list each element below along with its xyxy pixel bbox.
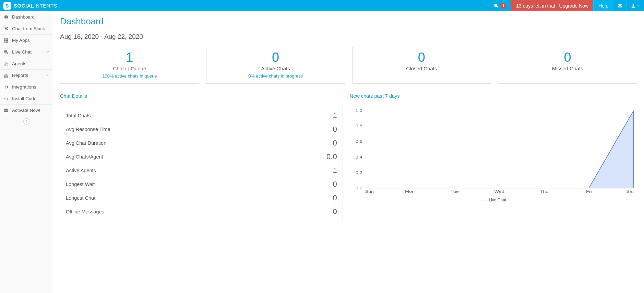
svg-text:0.2: 0.2 bbox=[355, 170, 362, 175]
detail-label: Total Chats bbox=[66, 113, 91, 118]
sidebar-item-label: Activate Now! bbox=[12, 108, 40, 113]
sidebar-collapse-row bbox=[0, 116, 53, 127]
card-subtext: 0% active chats in progress bbox=[210, 73, 342, 79]
detail-row-offline-messages: Offline Messages0 bbox=[66, 205, 337, 219]
detail-value: 0 bbox=[333, 207, 337, 216]
chart-legend: Live Chat bbox=[350, 198, 637, 202]
sidebar-item-label: Chat from Slack bbox=[12, 26, 45, 31]
card-label: Closed Chats bbox=[356, 66, 488, 71]
chevron-down-icon bbox=[46, 49, 49, 55]
summary-card-active-chats[interactable]: 0Active Chats0% active chats in progress bbox=[206, 47, 345, 84]
detail-label: Active Agents bbox=[66, 168, 96, 173]
detail-row-active-agents: Active Agents1 bbox=[66, 164, 337, 177]
help-button[interactable]: Help bbox=[593, 0, 613, 11]
envelope-icon bbox=[618, 3, 622, 8]
notifications-button[interactable]: 1 bbox=[489, 0, 511, 11]
bar-chart-icon bbox=[3, 73, 9, 78]
detail-value: 0 bbox=[333, 125, 337, 134]
chat-details-box: Total Chats1Avg Response Time0Avg Chat D… bbox=[60, 105, 343, 222]
page-title: Dashboard bbox=[60, 16, 637, 27]
sidebar-item-label: My Apps bbox=[12, 38, 30, 43]
sidebar-item-label: Install Code bbox=[12, 96, 36, 101]
detail-label: Avg Chat Duration bbox=[66, 140, 106, 146]
sidebar-item-live-chat[interactable]: Live Chat bbox=[0, 46, 53, 58]
detail-row-avg-chats-agent: Avg Chats/Agent0.0 bbox=[66, 150, 337, 164]
detail-value: 0 bbox=[333, 194, 337, 202]
svg-text:0.0: 0.0 bbox=[355, 186, 362, 190]
sidebar-item-my-apps[interactable]: My Apps bbox=[0, 35, 53, 46]
user-icon bbox=[631, 3, 636, 8]
new-chats-chart: 0.00.20.40.60.81.0SunMonTueWedThuFriSat … bbox=[350, 105, 637, 202]
legend-label: Live Chat bbox=[489, 198, 506, 202]
svg-text:Thu: Thu bbox=[540, 189, 548, 194]
card-subtext: 100% active chats in queue bbox=[64, 73, 195, 79]
comments-icon bbox=[494, 3, 499, 8]
svg-text:1.0: 1.0 bbox=[355, 108, 362, 113]
date-range: Aug 16, 2020 - Aug 22, 2020 bbox=[60, 33, 637, 40]
puzzle-icon bbox=[3, 26, 9, 31]
detail-row-avg-response-time: Avg Response Time0 bbox=[66, 122, 337, 136]
detail-label: Longest Chat bbox=[66, 195, 95, 201]
main-content: Dashboard Aug 16, 2020 - Aug 22, 2020 1C… bbox=[53, 11, 644, 293]
sidebar-collapse-button[interactable] bbox=[23, 118, 29, 125]
detail-value: 0 bbox=[333, 139, 337, 148]
brand-light: INTENTS bbox=[34, 3, 58, 9]
detail-value: 0.0 bbox=[326, 152, 337, 161]
comments-icon bbox=[3, 50, 9, 55]
brand-strong: SOCIAL bbox=[14, 3, 34, 9]
card-label: Chat in Queue bbox=[64, 66, 195, 71]
sidebar-item-reports[interactable]: Reports bbox=[0, 70, 53, 81]
sidebar-item-dashboard[interactable]: Dashboard bbox=[0, 11, 53, 23]
notification-badge: 1 bbox=[500, 3, 506, 9]
detail-label: Avg Response Time bbox=[66, 127, 110, 132]
topbar: S SOCIALINTENTS 1 13 days left in trial … bbox=[0, 0, 644, 11]
detail-label: Avg Chats/Agent bbox=[66, 154, 103, 160]
detail-row-longest-chat: Longest Chat0 bbox=[66, 191, 337, 205]
card-label: Active Chats bbox=[210, 66, 342, 71]
users-icon bbox=[3, 61, 9, 66]
trial-upgrade-button[interactable]: 13 days left in trial - Upgrade Now bbox=[511, 0, 593, 11]
card-value: 0 bbox=[356, 50, 488, 65]
card-label: Missed Chats bbox=[502, 66, 633, 71]
svg-text:Fri: Fri bbox=[586, 189, 592, 194]
svg-text:0.4: 0.4 bbox=[355, 155, 362, 159]
messages-button[interactable] bbox=[613, 0, 627, 11]
svg-text:Mon: Mon bbox=[405, 189, 415, 194]
detail-row-longest-wait: Longest Wait0 bbox=[66, 177, 337, 191]
card-value: 0 bbox=[502, 50, 633, 65]
summary-card-chat-in-queue[interactable]: 1Chat in Queue100% active chats in queue bbox=[60, 47, 199, 84]
detail-row-avg-chat-duration: Avg Chat Duration0 bbox=[66, 136, 337, 150]
account-button[interactable] bbox=[627, 0, 644, 11]
sidebar-item-label: Agents bbox=[12, 61, 26, 66]
svg-text:0.6: 0.6 bbox=[355, 139, 362, 144]
sidebar-item-install-code[interactable]: Install Code bbox=[0, 93, 53, 105]
sidebar: DashboardChat from SlackMy AppsLive Chat… bbox=[0, 11, 53, 293]
sidebar-item-agents[interactable]: Agents bbox=[0, 58, 53, 70]
sidebar-item-integrations[interactable]: Integrations bbox=[0, 81, 53, 93]
chart-title: New chats past 7 days bbox=[350, 93, 637, 99]
summary-cards: 1Chat in Queue100% active chats in queue… bbox=[60, 47, 637, 84]
card-value: 1 bbox=[64, 50, 195, 65]
detail-value: 1 bbox=[333, 166, 337, 175]
chat-details-title: Chat Details bbox=[60, 93, 343, 99]
th-icon bbox=[3, 38, 9, 43]
detail-label: Offline Messages bbox=[66, 209, 104, 214]
svg-text:Sat: Sat bbox=[626, 189, 634, 194]
chevron-down-icon bbox=[636, 3, 640, 8]
detail-label: Longest Wait bbox=[66, 181, 95, 187]
summary-card-closed-chats[interactable]: 0Closed Chats bbox=[352, 47, 491, 84]
card-value: 0 bbox=[210, 50, 342, 65]
code-icon bbox=[3, 96, 9, 101]
svg-text:Sun: Sun bbox=[365, 189, 374, 194]
summary-card-missed-chats[interactable]: 0Missed Chats bbox=[498, 47, 637, 84]
cog-icon bbox=[3, 85, 9, 90]
sidebar-item-activate-now-[interactable]: Activate Now! bbox=[0, 105, 53, 116]
trial-text: 13 days left in trial - Upgrade Now bbox=[516, 3, 588, 9]
sidebar-item-label: Reports bbox=[12, 73, 28, 78]
brand[interactable]: S SOCIALINTENTS bbox=[0, 2, 61, 10]
chevron-down-icon bbox=[46, 73, 49, 78]
svg-text:Wed: Wed bbox=[494, 189, 504, 194]
sidebar-item-chat-from-slack[interactable]: Chat from Slack bbox=[0, 23, 53, 35]
svg-text:Tue: Tue bbox=[450, 189, 458, 194]
sidebar-item-label: Integrations bbox=[12, 84, 36, 90]
